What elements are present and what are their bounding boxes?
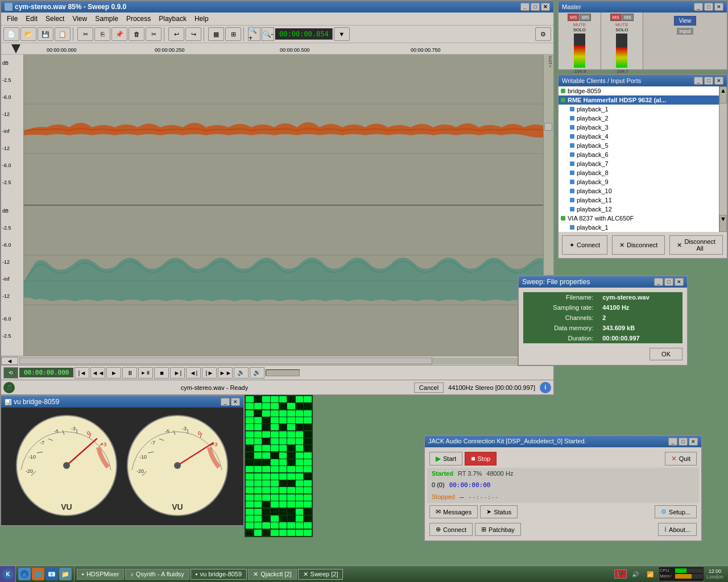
taskbar-item-hdsp[interactable]: ▪ HDSPMixer [77, 569, 124, 580]
conn-port-pb7[interactable]: playback_7 [559, 159, 719, 168]
taskbar-start-button[interactable]: K [0, 566, 16, 582]
info-icon[interactable]: i [540, 382, 551, 393]
volume-down-button[interactable]: 🔉 [234, 367, 249, 379]
play-button[interactable]: ► [106, 367, 121, 379]
vu-minimize[interactable]: _ [221, 398, 230, 406]
connect-button[interactable]: ✦ Connect [562, 235, 607, 255]
menu-sample[interactable]: Sample [92, 14, 122, 24]
pause-button[interactable]: ►⏸ [138, 367, 153, 379]
taskbar-item-qjack[interactable]: ✕ Qjackctl [2] [248, 569, 296, 580]
conn-port-pb3[interactable]: playback_3 [559, 123, 719, 132]
mute-btn-2[interactable]: MS [610, 14, 622, 21]
zoom-in-button[interactable]: 🔍+ [248, 27, 260, 41]
settings-button[interactable]: ⚙ [535, 27, 551, 41]
taskbar-item-vu[interactable]: ▪ vu bridge-8059 [191, 569, 247, 580]
jack-stop-button[interactable]: ■ Stop [465, 452, 497, 465]
select-all-button[interactable]: ⊞ [225, 27, 241, 41]
connections-scrollbar[interactable]: ▲ ▼ [719, 86, 727, 232]
save-as-button[interactable]: 📋 [55, 27, 71, 41]
vu-close[interactable]: ✕ [231, 398, 240, 406]
undo-button[interactable]: ↩ [168, 27, 184, 41]
copy-button[interactable]: ⎘ [94, 27, 110, 41]
conn-port-pb1[interactable]: playback_1 [559, 105, 719, 114]
menu-help[interactable]: Help [191, 14, 212, 24]
maximize-button[interactable]: □ [531, 3, 540, 11]
menu-process[interactable]: Process [123, 14, 154, 24]
ql-icon-1[interactable]: ⌂ [18, 568, 31, 580]
menu-playback[interactable]: Playback [155, 14, 190, 24]
taskbar-item-sweep[interactable]: ✕ Sweep [2] [298, 569, 344, 580]
menu-select[interactable]: Select [42, 14, 68, 24]
paste-button[interactable]: 📌 [111, 27, 127, 41]
scroll-down-btn[interactable]: ▼ [719, 215, 727, 232]
ql-icon-2[interactable]: 🌐 [32, 568, 44, 580]
scroll-track[interactable] [19, 357, 535, 364]
go-end-button[interactable]: ►| [170, 367, 185, 379]
cut-button[interactable]: ✂ [77, 27, 93, 41]
redo-button[interactable]: ↪ [185, 27, 201, 41]
ql-icon-3[interactable]: 📧 [46, 568, 58, 580]
disconnect-button[interactable]: ✕ Disconnect [612, 235, 665, 255]
volume-up-button[interactable]: 🔊 [250, 367, 264, 379]
menu-view[interactable]: View [69, 14, 90, 24]
connections-list[interactable]: bridge-8059 RME Hammerfall HDSP 9632 (al… [559, 86, 719, 232]
conn-port-pb12[interactable]: playback_12 [559, 205, 719, 214]
jack-quit-button[interactable]: ✕ Quit [665, 452, 697, 465]
scroll-thumb[interactable] [19, 357, 432, 364]
time-dropdown-button[interactable]: ▼ [334, 27, 350, 41]
jack-ack-minimize[interactable]: _ [668, 438, 677, 446]
open-button[interactable]: 📂 [20, 27, 36, 41]
zoom-out-button[interactable]: 🔍- [262, 27, 274, 41]
waveform-track-bottom[interactable] [24, 206, 543, 356]
view-button[interactable]: View [674, 16, 697, 26]
ok-button[interactable]: OK [650, 348, 682, 360]
clock-area[interactable]: 12:00 London [706, 568, 723, 580]
conn-client-bridge[interactable]: bridge-8059 [559, 86, 719, 95]
taskbar-item-qsynth[interactable]: ♪ Qsynth - A fluidsy [125, 569, 189, 580]
go-next-button[interactable]: ◄| [186, 367, 201, 379]
jack-about-button[interactable]: ℹ About... [658, 523, 697, 536]
trim-button[interactable]: ✂ [146, 27, 162, 41]
solo-btn-2[interactable]: MS [622, 14, 634, 21]
conn-port-pb4[interactable]: playback_4 [559, 132, 719, 141]
jack-patchbay-button[interactable]: ⊞ Patchbay [475, 523, 521, 536]
file-props-minimize[interactable]: _ [654, 278, 663, 286]
stop-button[interactable]: ■ [154, 367, 169, 379]
go-prev-button[interactable]: ◄◄ [90, 367, 105, 379]
conn-client-rme[interactable]: RME Hammerfall HDSP 9632 (al... [559, 95, 719, 105]
jack-messages-button[interactable]: ✉ Messages [429, 505, 478, 518]
mute-btn-1[interactable]: MS [568, 14, 579, 21]
go-next2-button[interactable]: |► [202, 367, 217, 379]
conn-minimize[interactable]: _ [694, 77, 703, 85]
jack-mixer-close[interactable]: ✕ [714, 3, 723, 11]
jack-mixer-minimize[interactable]: _ [694, 3, 703, 11]
close-button[interactable]: ✕ [541, 3, 550, 11]
solo-btn-1[interactable]: MS [580, 14, 591, 21]
go-next3-button[interactable]: ►► [218, 367, 233, 379]
jack-setup-button[interactable]: ⚙ Setup... [655, 505, 697, 518]
menu-file[interactable]: File [3, 14, 21, 24]
flag-icon[interactable]: 🏴 [614, 569, 627, 579]
scroll-up-btn[interactable]: ▲ [719, 86, 727, 103]
volume-slider[interactable] [266, 369, 300, 376]
jack-mixer-maximize[interactable]: □ [704, 3, 713, 11]
new-button[interactable]: 📄 [3, 27, 19, 41]
h-scrollbar[interactable]: ◄ ► [1, 356, 553, 365]
jack-ack-maximize[interactable]: □ [679, 438, 688, 446]
go-start-button[interactable]: |◄ [75, 367, 89, 379]
conn-port-pb9[interactable]: playback_9 [559, 177, 719, 186]
jack-connect-button[interactable]: ⊕ Connect [429, 523, 473, 536]
conn-port-pb11[interactable]: playback_11 [559, 196, 719, 205]
cancel-button[interactable]: Cancel [414, 383, 444, 393]
gain-slider-thumb[interactable] [544, 123, 552, 131]
conn-port-via-pb1[interactable]: playback_1 [559, 223, 719, 232]
delete-button[interactable]: 🗑 [129, 27, 144, 41]
systray-volume-icon[interactable]: 🔊 [629, 568, 642, 580]
file-props-close[interactable]: ✕ [675, 278, 684, 286]
scroll-left-btn[interactable]: ◄ [1, 357, 18, 365]
save-button[interactable]: 💾 [38, 27, 53, 41]
conn-port-pb5[interactable]: playback_5 [559, 141, 719, 150]
disconnect-all-button[interactable]: ✕ Disconnect All [669, 235, 722, 255]
play-pause-button[interactable]: ⏸ [122, 367, 137, 379]
conn-port-pb8[interactable]: playback_8 [559, 168, 719, 177]
